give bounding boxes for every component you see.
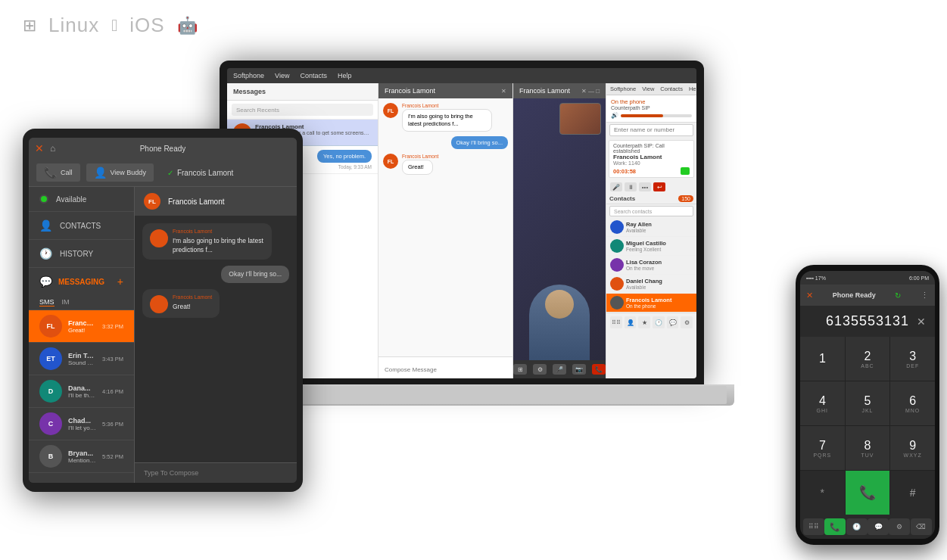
softphone-menu-contacts[interactable]: Contacts [660,86,683,92]
phone-dialpad-btn[interactable]: ⠿⠿ [803,518,824,535]
phone-key-8[interactable]: 8 TUV [846,426,890,470]
phone-chat-bottom-btn[interactable]: 💬 [868,518,889,535]
video-ctrl-layout[interactable]: ⊞ [513,364,527,375]
available-label: Available [56,195,86,204]
chat-item-bryan[interactable]: B Bryan... Mention option 2 again 5:52 P… [29,440,134,473]
tablet-chat-area: FL Francois Lamont Francois Lamont I'm a… [135,187,297,483]
menu-contacts[interactable]: Contacts [300,72,327,79]
phone-key-7[interactable]: 7 PQRS [800,426,845,470]
chat-header: Francois Lamont ✕ [378,83,512,98]
call-action-btn[interactable]: 📞 Call [36,163,80,182]
contact-lisa-corazon[interactable]: Lisa Corazon On the move [606,256,696,275]
phone-key-4[interactable]: 4 GHI [800,381,845,425]
contact-ray-allen[interactable]: Ray Allen Available [606,218,696,237]
chat-compose-input[interactable] [385,364,506,375]
phone-key-2[interactable]: 2 ABC [846,337,890,381]
phone-key-6[interactable]: 6 MNO [890,381,935,425]
softphone-menu-help[interactable]: Help [689,86,696,92]
chat-compose[interactable] [378,356,512,379]
contacts-btn[interactable]: 👤 [625,316,637,328]
softphone-controls: 🎤 ⏸ ••• ↩ [606,180,696,194]
tablet-titlebar: ✕ ⌂ Phone Ready [29,138,297,159]
phone-logo-icon: ✕ [806,291,813,300]
phone-number-display: 6135553131 [826,313,909,329]
phone-key-3[interactable]: 3 DEF [890,337,935,381]
phone-menu-icon[interactable]: ⋮ [921,291,929,300]
number-input[interactable]: Enter name or number [609,124,693,136]
hold-btn[interactable]: ⏸ [625,182,637,191]
phone-time-status: 6:00 PM [909,275,929,281]
softphone-menu-view[interactable]: View [642,86,654,92]
contact-miguel-castillo[interactable]: Miguel Castillo Feeling Xcellent [606,237,696,256]
sidebar-messaging[interactable]: 💬 MESSAGING + [29,268,134,295]
status-dot [39,194,48,204]
video-ctrl-settings[interactable]: ⚙ [533,364,547,375]
menu-view[interactable]: View [275,72,289,79]
contact-francois-lamont[interactable]: Francois Lamont On the phone [606,294,696,313]
view-buddy-btn[interactable]: 👤 View Buddy [86,163,154,182]
tablet-bezel: ✕ ⌂ Phone Ready 📞 Call 👤 View Buddy ✓ Fr… [23,129,303,492]
volume-row: 🔊 [611,112,692,119]
hangup-btn[interactable]: ↩ [653,182,665,191]
chat-incoming-msg: FL Francois Lamont I'm also going to bri… [383,103,508,132]
contact-avatar-3 [610,258,624,272]
phone-call-btn-icon: 📞 [859,484,876,501]
phone-bottom-bar: ⠿⠿ 📞 🕐 💬 ⚙ ⌫ [800,515,935,539]
chat-avatar-francois: FL [39,315,62,338]
sidebar-history[interactable]: 🕐 HISTORY [29,240,134,268]
video-ctrl-mic[interactable]: 🎤 [553,364,566,375]
video-ctrl-hangup[interactable]: 📞 [592,364,606,375]
tablet-chat-header-name: Francois Lamont [168,198,224,206]
volume-bar[interactable] [621,114,692,117]
chat-item-francois[interactable]: FL Francois... Great! 3:32 PM [29,310,134,343]
tablet-icons-left: ✕ ⌂ [35,142,55,154]
mute-btn[interactable]: 🎤 [610,182,622,191]
phone-key-star[interactable]: * [800,471,845,515]
call-timer: 00:03:58 [613,168,636,175]
sidebar-contacts[interactable]: 👤 CONTACTS [29,212,134,240]
sidebar-available[interactable]: Available [29,187,134,212]
favorites-btn[interactable]: ★ [638,316,650,328]
im-tab[interactable]: IM [62,298,70,306]
sms-tab[interactable]: SMS [39,298,55,306]
phone-x-clear-btn[interactable]: ✕ [917,316,926,328]
tablet-compose[interactable]: Type To Compose [135,462,297,483]
ios-label: iOS [129,14,164,37]
menu-help[interactable]: Help [338,72,352,79]
menu-softphone[interactable]: Softphone [233,72,264,79]
messaging-icon: 💬 [39,275,52,288]
phone-history-bottom-btn[interactable]: 🕐 [846,518,868,535]
windows-icon: ⊞ [23,16,36,36]
contacts-count-badge: 150 [678,195,693,202]
phone-key-9[interactable]: 9 WXYZ [890,426,935,470]
more-btn[interactable]: ••• [639,182,651,191]
chat-item-chad[interactable]: C Chad... I'll let you know 5:36 PM [29,408,134,440]
phone-call-bottom-btn[interactable]: 📞 [824,518,846,535]
softphone-menu-softphone[interactable]: Softphone [610,86,636,92]
chat-item-erin[interactable]: ET Erin Turner Sound good! 3:43 PM [29,343,134,375]
history-btn-softphone[interactable]: 🕐 [653,316,665,328]
video-close-icon[interactable]: ✕ — □ [581,88,600,95]
add-conversation-icon[interactable]: + [117,275,123,288]
contact-daniel-chang[interactable]: Daniel Chang Available [606,275,696,294]
phone-backspace-btn[interactable]: ⌫ [911,518,932,535]
phone-key-5[interactable]: 5 JKL [846,381,890,425]
history-nav-icon: 🕐 [39,247,52,260]
chat-close-icon[interactable]: ✕ [501,88,506,95]
messages-search-box[interactable]: Search Recents [232,104,373,116]
settings-btn[interactable]: ⚙ [681,316,693,328]
chat-name-erin: Erin Turner [68,352,96,359]
phone-key-1[interactable]: 1 [800,337,845,381]
phone-key-0[interactable]: 📞 [846,471,890,515]
contact-avatar-2 [610,239,624,253]
contacts-search[interactable]: Search contacts [609,206,693,216]
chat-item-dana[interactable]: D Dana... I'll be there in 10min 4:16 PM [29,375,134,408]
contact-name-row: ✓ Francois Lamont [160,163,289,182]
phone-settings-bottom-btn[interactable]: ⚙ [889,518,910,535]
dialpad-btn[interactable]: ⠿⠿ [610,316,622,328]
chat-messages: FL Francois Lamont I'm also going to bri… [378,98,512,356]
video-ctrl-camera[interactable]: 📷 [572,364,586,375]
phone-key-hash[interactable]: # [890,471,935,515]
chat-btn[interactable]: 💬 [667,316,679,328]
contact-info-2: Miguel Castillo Feeling Xcellent [626,240,666,252]
